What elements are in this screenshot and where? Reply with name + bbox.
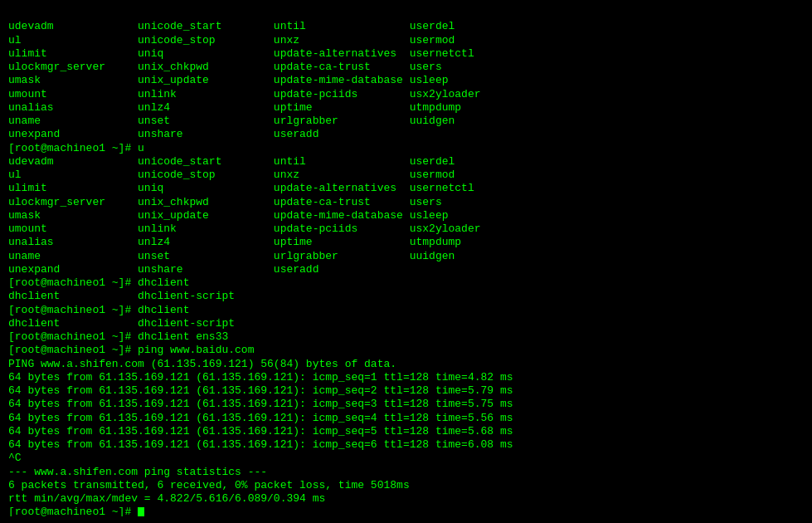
- terminal-line: [root@machineo1 ~]#: [8, 506, 804, 516]
- terminal-line: dhclient dhclient-script: [8, 290, 804, 303]
- terminal-line: [root@machineo1 ~]# dhclient: [8, 276, 804, 290]
- terminal-line: unexpand unshare useradd: [8, 128, 804, 141]
- terminal-line: 64 bytes from 61.135.169.121 (61.135.169…: [8, 438, 804, 452]
- terminal-line: PING www.a.shifen.com (61.135.169.121) 5…: [8, 358, 804, 371]
- terminal-window[interactable]: udevadm unicode_start until userdelul un…: [8, 7, 804, 516]
- terminal-line: ulimit uniq update-alternatives usernetc…: [8, 47, 804, 61]
- terminal-line: ^C: [8, 452, 804, 465]
- terminal-line: udevadm unicode_start until userdel: [8, 155, 804, 169]
- terminal-line: 64 bytes from 61.135.169.121 (61.135.169…: [8, 398, 804, 411]
- terminal-line: ul unicode_stop unxz usermod: [8, 169, 804, 182]
- terminal-line: uname unset urlgrabber uuidgen: [8, 250, 804, 263]
- terminal-line: 64 bytes from 61.135.169.121 (61.135.169…: [8, 371, 804, 384]
- terminal-line: 6 packets transmitted, 6 received, 0% pa…: [8, 479, 804, 492]
- terminal-line: umask unix_update update-mime-database u…: [8, 209, 804, 222]
- terminal-line: ulimit uniq update-alternatives usernetc…: [8, 182, 804, 195]
- terminal-line: uname unset urlgrabber uuidgen: [8, 115, 804, 128]
- terminal-line: unexpand unshare useradd: [8, 263, 804, 276]
- terminal-line: [root@machineo1 ~]# dhclient: [8, 304, 804, 317]
- terminal-line: unalias unlz4 uptime utmpdump: [8, 236, 804, 249]
- terminal-line: udevadm unicode_start until userdel: [8, 20, 804, 33]
- terminal-line: [root@machineo1 ~]# ping www.baidu.com: [8, 344, 804, 357]
- terminal-line: dhclient dhclient-script: [8, 317, 804, 330]
- terminal-line: unalias unlz4 uptime utmpdump: [8, 101, 804, 115]
- terminal-line: ulockmgr_server unix_chkpwd update-ca-tr…: [8, 196, 804, 209]
- terminal-line: [root@machineo1 ~]# dhclient ens33: [8, 330, 804, 344]
- terminal-line: ul unicode_stop unxz usermod: [8, 34, 804, 47]
- terminal-line: ulockmgr_server unix_chkpwd update-ca-tr…: [8, 61, 804, 74]
- terminal-line: [root@machineo1 ~]# u: [8, 142, 804, 155]
- terminal-line: rtt min/avg/max/mdev = 4.822/5.616/6.089…: [8, 492, 804, 506]
- terminal-line: 64 bytes from 61.135.169.121 (61.135.169…: [8, 412, 804, 425]
- terminal-line: --- www.a.shifen.com ping statistics ---: [8, 466, 804, 479]
- terminal-line: umount unlink update-pciids usx2yloader: [8, 88, 804, 101]
- terminal-line: 64 bytes from 61.135.169.121 (61.135.169…: [8, 425, 804, 438]
- terminal-line: 64 bytes from 61.135.169.121 (61.135.169…: [8, 384, 804, 398]
- terminal-line: umask unix_update update-mime-database u…: [8, 74, 804, 87]
- terminal-line: umount unlink update-pciids usx2yloader: [8, 222, 804, 236]
- terminal-cursor: [138, 507, 144, 516]
